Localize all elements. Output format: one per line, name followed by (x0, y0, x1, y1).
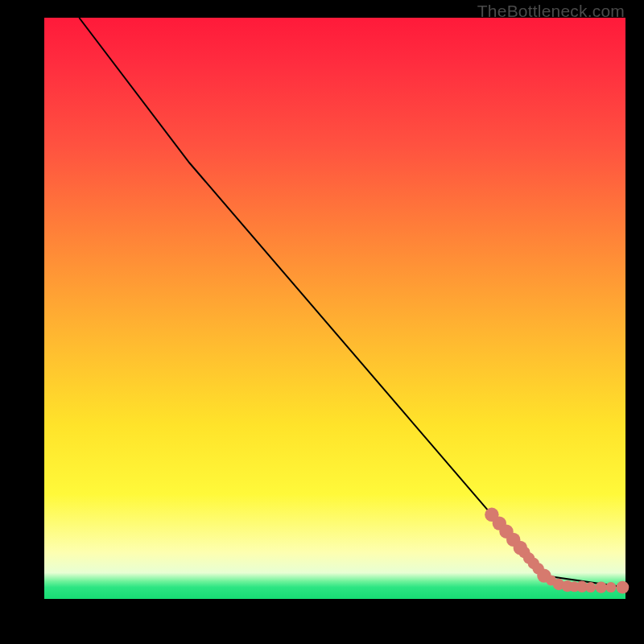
data-marker (617, 581, 630, 594)
data-marker (596, 581, 607, 592)
marker-group (485, 508, 629, 594)
bottleneck-curve (79, 18, 625, 588)
chart-frame: TheBottleneck.com (0, 0, 644, 644)
data-marker (605, 582, 616, 592)
data-marker (585, 582, 596, 592)
chart-overlay-svg (44, 18, 625, 599)
gradient-plot-area (44, 18, 625, 599)
